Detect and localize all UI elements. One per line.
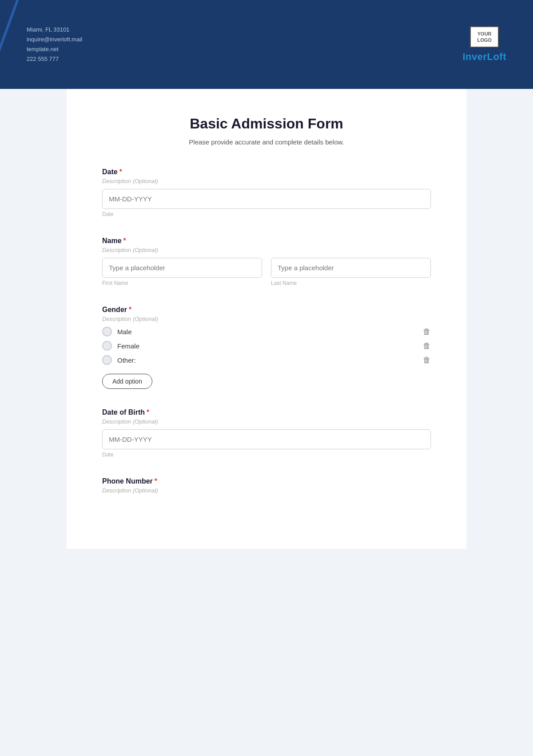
form-subtitle: Please provide accurate and complete det… <box>102 138 431 146</box>
date-label: Date* <box>102 168 431 176</box>
date-input[interactable] <box>102 189 431 209</box>
phone-description: Description (Optional) <box>102 487 431 494</box>
header-brand: YOUR LOGO InverLoft <box>462 26 506 63</box>
gender-option-other: Other: 🗑 <box>102 355 431 365</box>
delete-male-icon[interactable]: 🗑 <box>423 327 431 336</box>
address-line3: template.net <box>27 44 82 54</box>
dob-label: Date of Birth* <box>102 408 431 416</box>
brand-name: InverLoft <box>462 51 506 63</box>
first-name-input[interactable] <box>102 258 262 278</box>
radio-male-label: Male <box>117 328 132 336</box>
last-name-col: Last Name <box>271 258 431 286</box>
dob-hint: Date <box>102 452 431 458</box>
dob-description: Description (Optional) <box>102 418 431 425</box>
address-line4: 222 555 777 <box>27 54 82 64</box>
radio-female[interactable] <box>102 341 112 351</box>
section-name: Name* Description (Optional) First Name … <box>102 237 431 286</box>
phone-label: Phone Number* <box>102 477 431 485</box>
gender-description: Description (Optional) <box>102 316 431 322</box>
add-option-button[interactable]: Add option <box>102 374 152 389</box>
section-phone: Phone Number* Description (Optional) <box>102 477 431 494</box>
delete-female-icon[interactable]: 🗑 <box>423 341 431 351</box>
name-description: Description (Optional) <box>102 247 431 253</box>
address-line2: inquire@inverloft.mail <box>27 35 82 44</box>
name-label: Name* <box>102 237 431 245</box>
last-name-input[interactable] <box>271 258 431 278</box>
dob-input[interactable] <box>102 429 431 449</box>
section-date: Date* Description (Optional) Date <box>102 168 431 217</box>
form-title: Basic Admission Form <box>102 116 431 132</box>
form-main: Basic Admission Form Please provide accu… <box>67 89 466 549</box>
date-description: Description (Optional) <box>102 178 431 184</box>
radio-other[interactable] <box>102 355 112 365</box>
first-name-col: First Name <box>102 258 262 286</box>
page-header: Miami, FL 33101 inquire@inverloft.mail t… <box>0 0 533 89</box>
delete-other-icon[interactable]: 🗑 <box>423 356 431 365</box>
logo-placeholder: YOUR LOGO <box>470 26 498 48</box>
header-contact: Miami, FL 33101 inquire@inverloft.mail t… <box>27 25 82 64</box>
section-dob: Date of Birth* Description (Optional) Da… <box>102 408 431 458</box>
last-name-hint: Last Name <box>271 280 431 286</box>
address-line1: Miami, FL 33101 <box>27 25 82 35</box>
first-name-hint: First Name <box>102 280 262 286</box>
radio-female-label: Female <box>117 342 139 350</box>
radio-other-label: Other: <box>117 356 136 364</box>
section-gender: Gender* Description (Optional) Male 🗑 Fe… <box>102 306 431 389</box>
name-row: First Name Last Name <box>102 258 431 286</box>
date-hint: Date <box>102 211 431 217</box>
gender-label: Gender* <box>102 306 431 314</box>
gender-option-female: Female 🗑 <box>102 341 431 351</box>
radio-male[interactable] <box>102 327 112 336</box>
gender-option-male: Male 🗑 <box>102 327 431 336</box>
